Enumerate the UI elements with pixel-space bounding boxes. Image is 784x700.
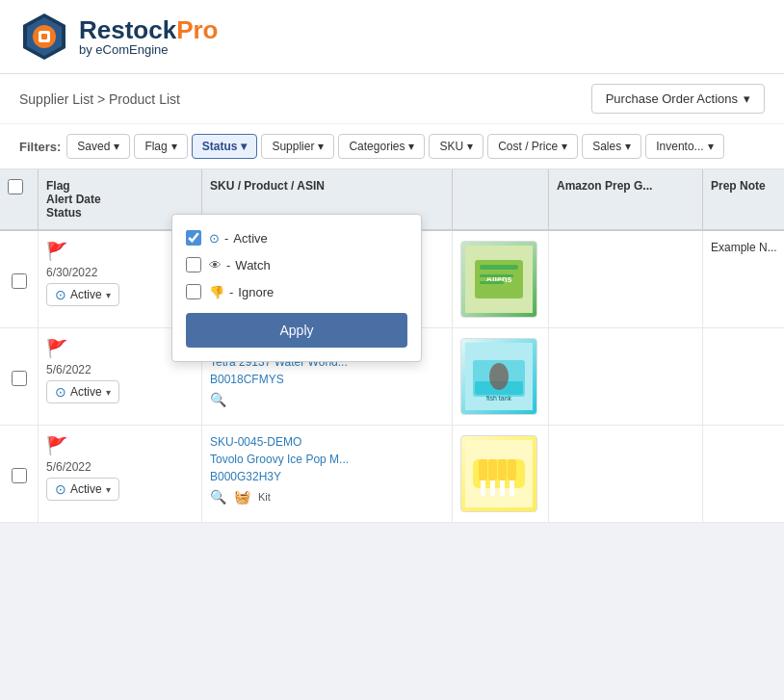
status-watch-option[interactable]: 👁 - Watch (186, 251, 407, 278)
product-image-2: fish tank (460, 338, 537, 415)
logo: RestockPro by eComEngine (19, 12, 219, 62)
status-dropdown-3[interactable]: ⊙ Active ▾ (46, 478, 119, 501)
td-checkbox-3 (0, 426, 39, 522)
filter-categories-button[interactable]: Categories ▾ (338, 134, 425, 159)
status-dot-icon-2: ⊙ (55, 384, 66, 400)
td-flag-status-3: 🚩 5/6/2022 ⊙ Active ▾ (39, 426, 202, 522)
flag-icon-3: 🚩 (46, 435, 194, 456)
app-header: RestockPro by eComEngine (0, 0, 784, 74)
inventory-caret-icon: ▾ (708, 140, 714, 153)
status-dot-icon-3: ⊙ (55, 481, 66, 497)
purchase-order-actions-button[interactable]: Purchase Order Actions ▾ (591, 84, 765, 114)
prep-note-text-1: Example N... (711, 241, 784, 254)
active-status-icon: ⊙ (209, 231, 220, 246)
th-amazon-prep: Amazon Prep G... (549, 169, 703, 229)
breadcrumb-current: Product List (109, 91, 180, 107)
filter-sku-button[interactable]: SKU ▾ (429, 134, 483, 159)
td-checkbox-2 (0, 328, 39, 425)
product-image-3 (460, 435, 537, 512)
svg-rect-25 (508, 459, 516, 480)
svg-point-14 (489, 363, 509, 390)
breadcrumb-parent[interactable]: Supplier List (19, 91, 93, 107)
status-active-option[interactable]: ⊙ - Active (186, 224, 407, 251)
sku-caret-icon: ▾ (467, 140, 473, 153)
td-amazon-prep-2 (549, 328, 703, 425)
row-checkbox-1[interactable] (12, 273, 27, 289)
top-bar: Supplier List > Product List Purchase Or… (0, 74, 784, 124)
search-icon-3[interactable]: 🔍 (210, 489, 226, 505)
td-prep-note-2 (703, 328, 784, 425)
filter-status-button[interactable]: Status ▾ (192, 134, 258, 159)
product-actions-2: 🔍 (210, 392, 444, 407)
product-title-3[interactable]: Tovolo Groovy Ice Pop M... (210, 453, 444, 466)
basket-icon-3[interactable]: 🧺 (234, 489, 250, 505)
logo-sub: by eComEngine (79, 42, 219, 57)
filter-flag-button[interactable]: Flag ▾ (134, 134, 187, 159)
th-image (453, 169, 549, 229)
status-ignore-option[interactable]: 👎 - Ignore (186, 278, 407, 305)
td-prep-note-1: Example N... (703, 231, 784, 327)
filter-sales-button[interactable]: Sales ▾ (582, 134, 641, 159)
date-2: 5/6/2022 (46, 363, 194, 376)
popsicle-image-svg (465, 440, 533, 507)
watch-checkbox[interactable] (186, 257, 201, 272)
svg-rect-20 (500, 479, 505, 496)
product-table: FlagAlert DateStatus SKU / Product / ASI… (0, 169, 784, 523)
td-amazon-prep-1 (549, 231, 703, 327)
aliens-image-svg: Aliens (465, 246, 533, 313)
svg-text:fish tank: fish tank (486, 395, 512, 402)
select-all-checkbox[interactable] (8, 179, 23, 194)
ignore-label: Ignore (238, 285, 274, 299)
svg-rect-22 (479, 459, 487, 480)
saved-caret-icon: ▾ (114, 140, 119, 153)
asin-3[interactable]: B000G32H3Y (210, 470, 444, 483)
flag-caret-icon: ▾ (171, 140, 177, 153)
svg-rect-4 (41, 34, 47, 39)
breadcrumb-separator: > (97, 91, 109, 107)
table-row: 🚩 5/6/2022 ⊙ Active ▾ SKU-0045-DEMO Tovo… (0, 426, 784, 523)
row-checkbox-2[interactable] (12, 371, 27, 386)
status-dropdown-2[interactable]: ⊙ Active ▾ (46, 380, 119, 403)
logo-icon (19, 12, 69, 62)
watch-dash: - (226, 258, 230, 272)
svg-rect-19 (490, 479, 495, 496)
td-image-1: Aliens (453, 231, 549, 327)
tank-image-svg: fish tank (465, 343, 533, 410)
asin-2[interactable]: B0018CFMYS (210, 373, 444, 386)
breadcrumb: Supplier List > Product List (19, 91, 180, 107)
td-checkbox-1 (0, 231, 39, 327)
svg-rect-24 (498, 459, 507, 480)
apply-button[interactable]: Apply (186, 313, 407, 348)
status-caret-1: ▾ (106, 290, 111, 300)
row-checkbox-3[interactable] (12, 468, 27, 483)
filter-cost-price-button[interactable]: Cost / Price ▾ (487, 134, 578, 159)
search-icon-2[interactable]: 🔍 (210, 392, 226, 407)
td-image-2: fish tank (453, 328, 549, 425)
status-label-1: Active (70, 288, 102, 301)
cost-price-caret-icon: ▾ (562, 140, 567, 153)
filter-saved-button[interactable]: Saved ▾ (66, 134, 130, 159)
td-amazon-prep-3 (549, 426, 703, 522)
svg-rect-21 (510, 479, 514, 496)
ignore-checkbox[interactable] (186, 284, 201, 299)
status-label-3: Active (70, 482, 102, 496)
active-label: Active (233, 231, 267, 246)
ignore-status-icon: 👎 (209, 285, 224, 299)
sku-link-3[interactable]: SKU-0045-DEMO (210, 435, 444, 449)
td-prep-note-3 (703, 426, 784, 522)
categories-caret-icon: ▾ (408, 140, 414, 153)
th-checkbox (0, 169, 39, 229)
watch-status-icon: 👁 (209, 258, 222, 272)
date-3: 5/6/2022 (46, 460, 194, 474)
status-dropdown-1[interactable]: ⊙ Active ▾ (46, 283, 119, 306)
active-dash: - (224, 231, 228, 246)
purchase-order-actions-label: Purchase Order Actions (606, 91, 738, 106)
svg-rect-18 (481, 479, 485, 496)
product-actions-3: 🔍 🧺 Kit (210, 489, 444, 505)
dropdown-caret-icon: ▾ (744, 91, 750, 106)
filter-inventory-button[interactable]: Invento... ▾ (645, 134, 723, 159)
ignore-dash: - (229, 285, 233, 299)
active-checkbox[interactable] (186, 230, 201, 246)
status-dot-icon: ⊙ (55, 287, 66, 302)
filter-supplier-button[interactable]: Supplier ▾ (261, 134, 334, 159)
